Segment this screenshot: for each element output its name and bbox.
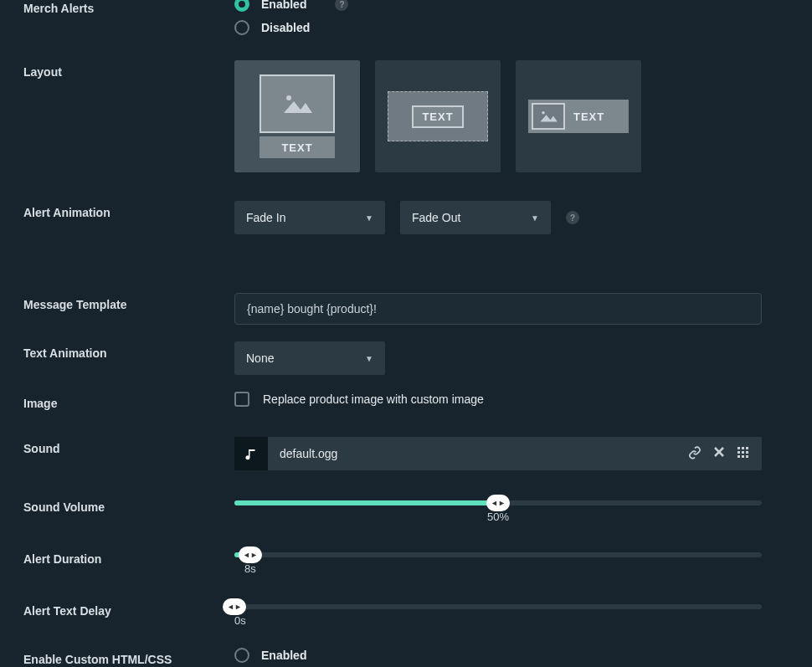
slider-thumb-icon[interactable]: ◄► bbox=[223, 598, 246, 615]
sound-label: Sound bbox=[0, 437, 234, 455]
alert-animation-out-select[interactable]: Fade Out ▼ bbox=[400, 201, 551, 234]
help-icon[interactable]: ? bbox=[566, 211, 579, 224]
replace-image-checkbox[interactable] bbox=[234, 392, 249, 407]
alert-animation-out-value: Fade Out bbox=[412, 211, 460, 224]
custom-html-enabled-option[interactable]: Enabled bbox=[234, 648, 762, 663]
layout-text-token: TEXT bbox=[412, 105, 463, 128]
svg-marker-3 bbox=[540, 115, 557, 121]
svg-rect-14 bbox=[746, 455, 748, 458]
text-animation-label: Text Animation bbox=[0, 341, 234, 360]
radio-unchecked-icon bbox=[234, 648, 249, 663]
svg-rect-7 bbox=[742, 447, 744, 449]
custom-html-label: Enable Custom HTML/CSS bbox=[0, 648, 234, 666]
alert-duration-slider[interactable]: ◄► 8s bbox=[234, 547, 762, 557]
chevron-down-icon: ▼ bbox=[531, 213, 539, 223]
message-template-label: Message Template bbox=[0, 293, 234, 311]
text-animation-value: None bbox=[246, 351, 274, 365]
custom-html-enabled-label: Enabled bbox=[261, 649, 306, 662]
alert-duration-value: 8s bbox=[244, 562, 256, 575]
alert-text-delay-value: 0s bbox=[234, 614, 246, 627]
merch-alerts-disabled-option[interactable]: Disabled bbox=[234, 20, 762, 35]
message-template-input[interactable] bbox=[234, 293, 762, 325]
svg-point-0 bbox=[286, 95, 291, 100]
link-icon[interactable] bbox=[688, 446, 702, 462]
alert-animation-in-select[interactable]: Fade In ▼ bbox=[234, 201, 385, 234]
layout-option-image-above[interactable]: TEXT bbox=[234, 60, 360, 172]
layout-option-side-by-side[interactable]: TEXT bbox=[516, 60, 641, 172]
sound-file-bar: default.ogg bbox=[234, 437, 762, 470]
custom-html-radio-group: Enabled Disabled bbox=[234, 648, 762, 667]
svg-rect-9 bbox=[737, 451, 740, 454]
image-placeholder-icon bbox=[260, 74, 335, 133]
merch-alerts-enabled-label: Enabled bbox=[261, 0, 306, 11]
layout-text-token: TEXT bbox=[260, 136, 335, 158]
text-animation-select[interactable]: None ▼ bbox=[234, 341, 385, 375]
alert-text-delay-slider[interactable]: ◄► 0s bbox=[234, 599, 762, 609]
layout-text-token: TEXT bbox=[568, 110, 604, 123]
svg-rect-13 bbox=[742, 455, 744, 458]
sound-volume-label: Sound Volume bbox=[0, 495, 234, 514]
merch-alerts-radio-group: Enabled ? Disabled bbox=[234, 0, 762, 35]
slider-thumb-icon[interactable]: ◄► bbox=[239, 546, 262, 563]
svg-rect-10 bbox=[742, 451, 744, 454]
alert-animation-label: Alert Animation bbox=[0, 201, 234, 219]
layout-options: TEXT TEXT TEXT bbox=[234, 60, 762, 172]
media-library-icon[interactable] bbox=[737, 446, 750, 462]
merch-alerts-enabled-option[interactable]: Enabled ? bbox=[234, 0, 762, 12]
chevron-down-icon: ▼ bbox=[365, 213, 373, 223]
merch-alerts-label: Merch Alerts bbox=[0, 0, 234, 15]
alert-duration-label: Alert Duration bbox=[0, 547, 234, 566]
sound-volume-slider[interactable]: ◄► 50% bbox=[234, 495, 762, 505]
svg-point-2 bbox=[542, 111, 545, 115]
slider-thumb-icon[interactable]: ◄► bbox=[486, 495, 510, 511]
layout-label: Layout bbox=[0, 60, 234, 79]
image-placeholder-icon: TEXT bbox=[388, 91, 488, 141]
music-note-icon bbox=[234, 437, 268, 470]
close-icon[interactable] bbox=[713, 446, 725, 462]
chevron-down-icon: ▼ bbox=[365, 354, 373, 363]
help-icon[interactable]: ? bbox=[335, 0, 348, 11]
layout-option-text-overlay[interactable]: TEXT bbox=[375, 60, 501, 172]
radio-unchecked-icon bbox=[234, 20, 249, 35]
svg-rect-12 bbox=[737, 455, 740, 458]
radio-checked-icon bbox=[234, 0, 249, 12]
svg-rect-8 bbox=[746, 447, 748, 449]
image-label: Image bbox=[0, 392, 234, 410]
merch-alerts-disabled-label: Disabled bbox=[261, 21, 310, 34]
svg-marker-1 bbox=[284, 101, 312, 113]
svg-rect-11 bbox=[746, 451, 748, 454]
sound-volume-value: 50% bbox=[487, 511, 509, 523]
sound-filename: default.ogg bbox=[268, 447, 688, 460]
svg-rect-6 bbox=[737, 447, 740, 449]
image-placeholder-icon bbox=[532, 103, 565, 130]
alert-animation-in-value: Fade In bbox=[246, 211, 285, 224]
alert-text-delay-label: Alert Text Delay bbox=[0, 599, 234, 618]
replace-image-checkbox-label: Replace product image with custom image bbox=[263, 393, 484, 406]
